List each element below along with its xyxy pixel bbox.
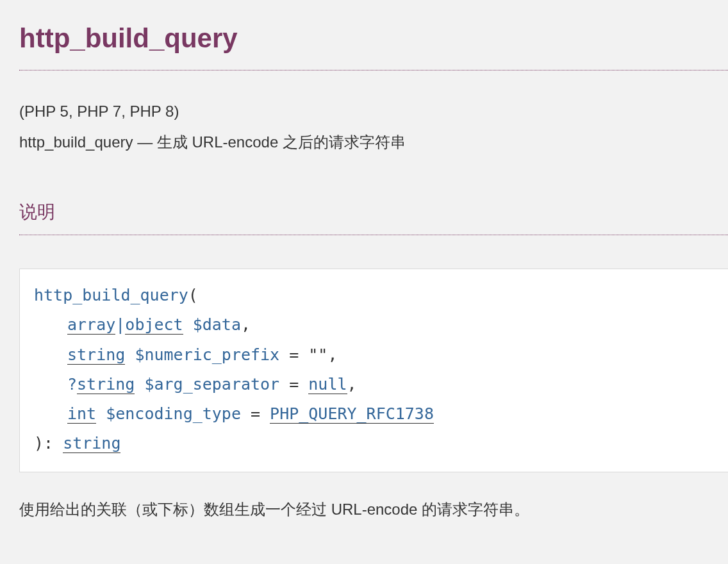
summary-separator: —: [133, 133, 156, 151]
comma: ,: [347, 375, 357, 394]
close-paren-colon: ):: [34, 434, 63, 452]
summary-name: http_build_query: [19, 133, 133, 151]
comma: ,: [241, 315, 251, 334]
type-string-link[interactable]: string: [67, 345, 125, 365]
type-object-link[interactable]: object: [125, 315, 183, 335]
param-data: $data: [193, 315, 241, 334]
comma: ,: [327, 345, 337, 364]
param-line-2: ?string $arg_separator = null,: [34, 370, 714, 399]
type-array-link[interactable]: array: [67, 315, 115, 335]
function-summary: http_build_query — 生成 URL-encode 之后的请求字符…: [19, 131, 728, 154]
equals: =: [279, 375, 308, 394]
summary-description: 生成 URL-encode 之后的请求字符串: [157, 133, 406, 151]
default-null-link[interactable]: null: [308, 375, 347, 394]
space: [96, 404, 106, 423]
constant-php-query-rfc1738-link[interactable]: PHP_QUERY_RFC1738: [270, 404, 434, 424]
param-encoding-type: $encoding_type: [106, 404, 241, 423]
param-line-3: int $encoding_type = PHP_QUERY_RFC1738: [34, 399, 714, 429]
param-line-0: array|object $data,: [34, 310, 714, 340]
equals: =: [241, 404, 270, 423]
default-empty-string: "": [308, 345, 327, 364]
space: [183, 315, 193, 334]
type-nullable-prefix: ?: [67, 375, 77, 394]
function-name: http_build_query: [34, 286, 188, 304]
space: [135, 375, 144, 394]
return-type-string-link[interactable]: string: [63, 434, 120, 453]
type-string-link[interactable]: string: [77, 375, 135, 394]
space: [125, 345, 135, 364]
param-numeric-prefix: $numeric_prefix: [135, 345, 279, 364]
type-int-link[interactable]: int: [67, 404, 96, 424]
param-line-1: string $numeric_prefix = "",: [34, 340, 714, 370]
param-arg-separator: $arg_separator: [144, 375, 279, 394]
section-heading-description: 说明: [19, 154, 728, 235]
equals: =: [279, 345, 308, 364]
function-description: 使用给出的关联（或下标）数组生成一个经过 URL-encode 的请求字符串。: [19, 498, 728, 521]
method-synopsis: http_build_query( array|object $data, st…: [19, 269, 728, 472]
php-version-info: (PHP 5, PHP 7, PHP 8): [19, 100, 728, 123]
page-title: http_build_query: [19, 0, 728, 70]
open-paren: (: [188, 286, 198, 304]
type-pipe: |: [115, 315, 125, 334]
